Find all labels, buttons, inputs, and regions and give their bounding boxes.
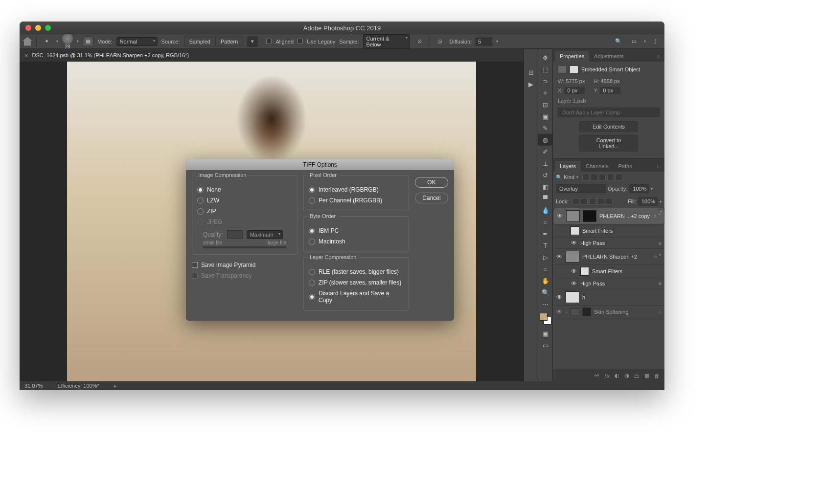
quick-select-tool-icon[interactable]: ✧ [538, 87, 552, 99]
brush-panel-toggle[interactable]: ▦ [83, 36, 93, 47]
efficiency-value[interactable]: Efficiency: 100%* [57, 383, 99, 389]
blend-mode-select[interactable]: Overlay [556, 184, 606, 193]
filter-smart-icon[interactable] [616, 174, 622, 180]
visibility-icon[interactable]: 👁 [571, 240, 577, 246]
lock-image-icon[interactable] [581, 198, 588, 205]
visibility-icon[interactable]: 👁 [556, 294, 563, 301]
close-tab-icon[interactable]: × [24, 52, 28, 59]
x-field[interactable]: 0 px [564, 87, 585, 94]
panel-icon[interactable]: ⊟ [524, 66, 538, 78]
type-tool-icon[interactable]: T [538, 240, 552, 251]
smart-filters-row[interactable]: Smart Filters [553, 224, 664, 238]
filter-type-icon[interactable] [599, 174, 606, 180]
color-swatches[interactable] [540, 313, 551, 325]
ignore-adjustment-icon[interactable]: ⊘ [414, 36, 426, 47]
eraser-tool-icon[interactable]: ◧ [538, 181, 552, 193]
layer-thumb[interactable] [566, 251, 579, 263]
source-pattern-button[interactable]: Pattern [216, 37, 243, 46]
lock-position-icon[interactable] [589, 198, 596, 205]
eyedropper-tool-icon[interactable]: ✎ [538, 122, 552, 134]
foreground-swatch[interactable] [540, 313, 548, 321]
pixel-perchannel-radio[interactable]: Per Channel (RRGGBB) [309, 195, 404, 206]
gradient-tool-icon[interactable]: ▀ [538, 193, 552, 204]
dodge-tool-icon[interactable]: ○ [538, 216, 552, 228]
pen-tool-icon[interactable]: ✒ [538, 228, 552, 240]
pattern-picker[interactable]: ▾ [247, 36, 258, 47]
share-icon[interactable]: ⤴ [650, 36, 662, 47]
healing-brush-tool-icon[interactable]: ◍ [538, 134, 552, 146]
layer-mask-thumb[interactable] [582, 307, 591, 316]
aligned-checkbox[interactable] [266, 39, 272, 44]
filter-pixel-icon[interactable] [582, 174, 589, 180]
filter-adjust-icon[interactable] [591, 174, 597, 180]
y-field[interactable]: 0 px [600, 87, 620, 94]
legacy-checkbox[interactable] [297, 39, 303, 44]
pressure-size-icon[interactable]: ◎ [434, 36, 446, 47]
document-tab[interactable]: × DSC_1624.psb @ 31.1% (PHLEARN Sharpen … [20, 49, 194, 62]
visibility-icon[interactable]: 👁 [571, 280, 577, 287]
layer-row[interactable]: 👁 PHLEARN ...+2 copy ○ ˅ [553, 208, 664, 224]
layer-comp-select[interactable]: Don't Apply Layer Comp [558, 108, 660, 117]
compression-zip-radio[interactable]: ZIP [197, 206, 292, 217]
path-select-tool-icon[interactable]: ▷ [538, 251, 552, 263]
new-group-icon[interactable]: 🗀 [634, 373, 639, 379]
byte-mac-radio[interactable]: Macintosh [309, 236, 404, 247]
lock-all-icon[interactable] [606, 198, 613, 205]
compression-lzw-radio[interactable]: LZW [197, 195, 292, 206]
filter-row[interactable]: 👁 High Pass ≡ [553, 238, 664, 249]
layer-row[interactable]: 👁 › Skin Softening ≡ [553, 306, 664, 319]
layercomp-rle-radio[interactable]: RLE (faster saves, bigger files) [309, 266, 404, 277]
quickmask-icon[interactable]: ▣ [538, 328, 552, 339]
pixel-interleaved-radio[interactable]: Interleaved (RGBRGB) [309, 184, 404, 195]
ok-button[interactable]: OK [415, 177, 448, 188]
tab-layers[interactable]: Layers [555, 161, 581, 172]
layer-mask-icon[interactable]: ◐ [615, 373, 619, 379]
opacity-field[interactable]: 100% [629, 184, 649, 193]
layer-effects-icon[interactable]: ƒx [604, 373, 610, 379]
panel-icon[interactable]: ▶ [524, 78, 538, 90]
marquee-tool-icon[interactable]: ⬚ [538, 64, 552, 75]
tab-adjustments[interactable]: Adjustments [589, 51, 629, 62]
brush-preview[interactable] [62, 33, 73, 44]
move-tool-icon[interactable]: ✥ [538, 52, 552, 64]
sample-select[interactable]: Current & Below [363, 34, 410, 49]
stamp-tool-icon[interactable]: ⊥ [538, 157, 552, 169]
byte-ibm-radio[interactable]: IBM PC [309, 225, 404, 236]
convert-linked-button[interactable]: Convert to Linked... [579, 135, 638, 152]
layer-row[interactable]: 👁 h [553, 289, 664, 306]
compression-none-radio[interactable]: None [197, 184, 292, 195]
visibility-icon[interactable]: 👁 [571, 268, 577, 275]
delete-layer-icon[interactable]: 🗑 [654, 373, 660, 379]
search-icon[interactable]: 🔍 [613, 36, 624, 47]
filter-row[interactable]: 👁 High Pass ≡ [553, 278, 664, 289]
new-layer-icon[interactable]: ▦ [644, 373, 649, 379]
hand-tool-icon[interactable]: ✋ [538, 275, 552, 286]
blur-tool-icon[interactable]: 💧 [538, 204, 552, 216]
layer-row[interactable]: 👁 PHLEARN Sharpen +2 ○ ˅ [553, 249, 664, 265]
workspace-switcher-icon[interactable]: ▭ [628, 36, 640, 47]
panel-menu-icon[interactable]: ≡ [653, 50, 664, 62]
layer-mask-thumb[interactable] [583, 210, 596, 222]
edit-contents-button[interactable]: Edit Contents [579, 121, 638, 132]
more-icon[interactable]: ⋯ [538, 298, 552, 310]
tab-properties[interactable]: Properties [555, 51, 589, 62]
diffusion-field[interactable]: 5 [476, 38, 492, 45]
layer-thumb[interactable] [566, 291, 579, 303]
tool-preset-picker[interactable]: ✦ [41, 36, 52, 47]
layercomp-zip-radio[interactable]: ZIP (slower saves, smaller files) [309, 277, 404, 288]
mode-select[interactable]: Normal [116, 37, 158, 46]
layer-thumb[interactable] [566, 210, 580, 222]
zoom-value[interactable]: 31.07% [24, 383, 43, 389]
brush-tool-icon[interactable]: ✐ [538, 146, 552, 157]
visibility-icon[interactable]: 👁 [556, 213, 563, 219]
layercomp-discard-radio[interactable]: Discard Layers and Save a Copy [309, 288, 404, 306]
visibility-icon[interactable]: 👁 [556, 308, 563, 315]
panel-menu-icon[interactable]: ≡ [653, 160, 664, 172]
zoom-tool-icon[interactable]: 🔍 [538, 286, 552, 298]
link-layers-icon[interactable]: ⚯ [594, 373, 599, 379]
filter-mask-thumb[interactable] [580, 267, 589, 276]
filter-mask-thumb[interactable] [571, 226, 579, 235]
screenmode-icon[interactable]: ▭ [538, 339, 552, 351]
history-brush-tool-icon[interactable]: ↺ [538, 169, 552, 181]
filter-shape-icon[interactable] [607, 174, 614, 180]
